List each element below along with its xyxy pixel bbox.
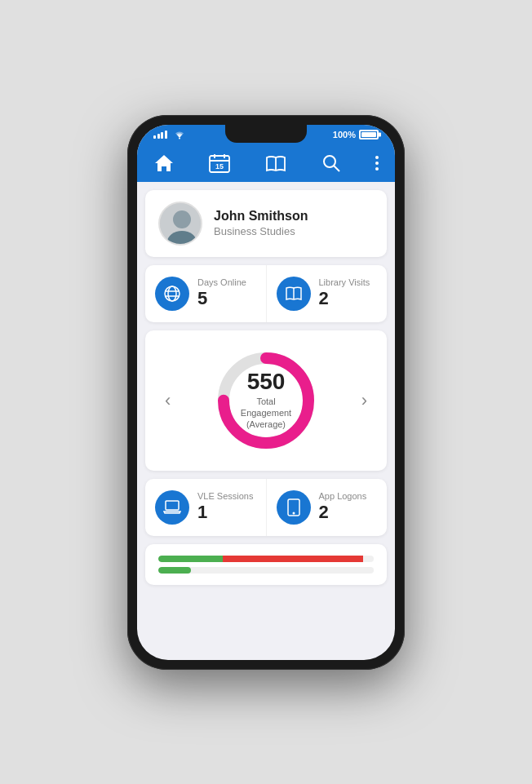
vle-label: VLE Sessions	[197, 491, 253, 502]
profile-info: John Smithson Business Studies	[214, 209, 308, 237]
status-left	[153, 130, 185, 140]
book-icon	[264, 153, 287, 173]
home-icon	[153, 153, 175, 173]
notch	[225, 125, 307, 143]
days-online-label: Days Online	[197, 277, 246, 288]
tablet-icon-circle	[277, 490, 311, 525]
main-content: John Smithson Business Studies	[137, 182, 395, 660]
stats-row-top: Days Online 5 Library Visits 2	[145, 265, 387, 322]
progress-card	[145, 544, 387, 585]
progress-bar-1-track	[158, 556, 374, 562]
laptop-icon	[163, 500, 181, 515]
avatar-image	[160, 203, 202, 246]
stat-vle-sessions: VLE Sessions 1	[145, 479, 267, 536]
profile-name: John Smithson	[214, 209, 308, 224]
svg-point-0	[179, 137, 180, 139]
donut-center: 550 Total Engagement (Average)	[237, 370, 295, 431]
signal-icon	[153, 131, 167, 139]
svg-point-6	[324, 156, 335, 167]
nav-home[interactable]	[145, 152, 183, 175]
status-right: 100%	[333, 130, 379, 140]
days-online-text: Days Online 5	[197, 277, 246, 310]
globe-icon-circle	[155, 277, 189, 311]
search-icon	[321, 153, 342, 174]
donut-chart: 550 Total Engagement (Average)	[209, 343, 323, 458]
donut-container: 550 Total Engagement (Average)	[177, 343, 354, 458]
profile-subtitle: Business Studies	[214, 225, 308, 237]
nav-more[interactable]	[367, 154, 387, 172]
engagement-card: ‹ 550 Total Engagement	[145, 330, 387, 471]
engagement-label: Total Engagement (Average)	[237, 396, 295, 431]
phone-screen: 100% 15	[137, 125, 395, 660]
svg-line-7	[334, 166, 339, 171]
globe-icon	[163, 285, 181, 303]
library-visits-text: Library Visits 2	[319, 277, 370, 310]
svg-point-11	[165, 286, 180, 301]
phone-frame: 100% 15	[127, 115, 405, 670]
calendar-icon: 15	[208, 153, 231, 174]
library-visits-label: Library Visits	[319, 277, 370, 288]
navigation-bar: 15	[137, 143, 395, 182]
svg-point-20	[292, 512, 295, 514]
svg-point-9	[173, 210, 191, 228]
stat-app-logons: App Logons 2	[267, 479, 388, 536]
next-arrow[interactable]: ›	[355, 387, 374, 414]
svg-point-12	[168, 286, 176, 301]
days-online-value: 5	[197, 288, 246, 309]
stats-row-bottom: VLE Sessions 1 App Logons 2	[145, 479, 387, 536]
battery-percent: 100%	[333, 130, 356, 140]
library-icon-circle	[277, 277, 311, 311]
library-book-icon	[285, 286, 303, 302]
progress-bar-2-track	[158, 567, 374, 574]
stat-library-visits: Library Visits 2	[267, 265, 388, 322]
prev-arrow[interactable]: ‹	[158, 387, 177, 414]
library-visits-value: 2	[319, 288, 370, 309]
app-logons-label: App Logons	[319, 491, 367, 502]
calendar-date: 15	[215, 162, 224, 171]
more-dots-icon	[375, 156, 379, 171]
avatar	[158, 202, 202, 246]
svg-rect-18	[166, 501, 179, 510]
laptop-icon-circle	[155, 490, 189, 525]
wifi-icon	[174, 130, 185, 140]
vle-text: VLE Sessions 1	[197, 491, 253, 524]
battery-icon	[359, 130, 379, 140]
engagement-value: 550	[237, 370, 295, 393]
nav-calendar[interactable]: 15	[200, 151, 239, 175]
stat-days-online: Days Online 5	[145, 265, 267, 322]
nav-search[interactable]	[313, 151, 350, 175]
app-logons-value: 2	[319, 502, 367, 523]
tablet-icon	[286, 498, 301, 516]
profile-card: John Smithson Business Studies	[145, 190, 387, 257]
vle-value: 1	[197, 502, 253, 523]
nav-library[interactable]	[256, 152, 295, 175]
app-logons-text: App Logons 2	[319, 491, 367, 524]
